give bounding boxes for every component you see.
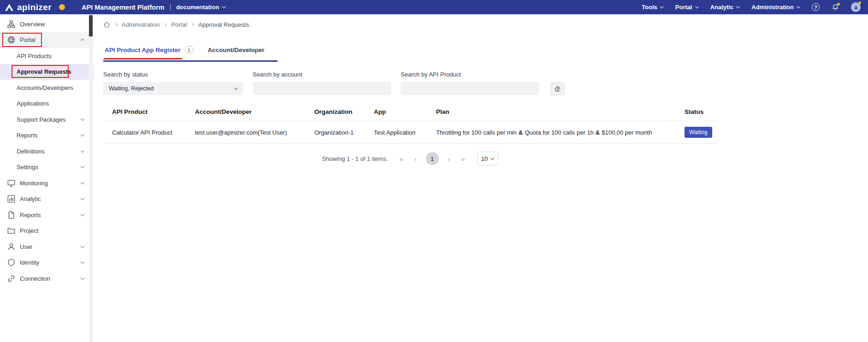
- sidebar-item-identity[interactable]: Identity: [0, 255, 93, 271]
- chevron-down-icon: [234, 86, 238, 89]
- last-page-button[interactable]: »: [457, 152, 470, 165]
- tab-label: API Product App Register: [105, 47, 181, 53]
- environment-selector[interactable]: documentation: [176, 4, 225, 11]
- annotation-active-tab-underline: [104, 58, 182, 59]
- sidebar-item-api-products[interactable]: API Products: [0, 48, 93, 64]
- first-page-button[interactable]: «: [395, 152, 408, 165]
- main-content: Administration Portal Approval Requests …: [94, 14, 868, 342]
- pagination: Showing 1 - 1 of 1 items. « ‹ 1 › » 10: [103, 152, 717, 165]
- filters-row: Search by status Waiting, Rejected Searc…: [103, 71, 726, 95]
- chevron-down-icon: [797, 5, 800, 8]
- menu-portal[interactable]: Portal: [675, 4, 698, 11]
- sidebar: Overview Portal API Products Approval Re…: [0, 14, 94, 342]
- sidebar-item-approval-requests[interactable]: Approval Requests: [0, 64, 93, 80]
- tab-count-badge: 1: [185, 46, 194, 54]
- sidebar-item-monitoring[interactable]: Monitoring: [0, 175, 93, 191]
- sidebar-item-definitions[interactable]: Definitions: [0, 143, 93, 159]
- previous-page-button[interactable]: ‹: [409, 152, 422, 165]
- api-product-filter: Search by API Product: [401, 71, 539, 95]
- chevron-down-icon: [81, 133, 84, 136]
- sidebar-scrollbar-thumb[interactable]: [89, 15, 93, 36]
- account-filter-label: Search by account: [253, 71, 391, 78]
- menu-label: Analytic: [710, 4, 734, 11]
- clear-filters-button[interactable]: [550, 82, 565, 95]
- avatar-status-dot: [858, 1, 861, 4]
- user-avatar[interactable]: a: [851, 2, 861, 12]
- menu-tools[interactable]: Tools: [642, 4, 663, 11]
- chevron-down-icon: [695, 5, 698, 8]
- sidebar-item-label: Settings: [17, 164, 81, 171]
- bar-chart-icon: [7, 195, 15, 203]
- sidebar-item-label: Portal: [20, 36, 81, 43]
- cell-organization: Organization-1: [314, 129, 374, 136]
- tab-account-developer[interactable]: Account/Developer: [207, 46, 278, 60]
- menu-analytic[interactable]: Analytic: [710, 4, 740, 11]
- sidebar-item-analytic[interactable]: Analytic: [0, 191, 93, 207]
- sidebar-item-overview[interactable]: Overview: [0, 16, 93, 32]
- shield-icon: [7, 259, 15, 266]
- platform-title: API Management Platform: [82, 4, 165, 11]
- cell-api-product: Calculator API Product: [103, 129, 195, 136]
- sidebar-item-applications[interactable]: Applications: [0, 96, 93, 112]
- help-icon[interactable]: ?: [812, 3, 820, 11]
- chevron-down-icon: [660, 5, 664, 8]
- sidebar-item-portal[interactable]: Portal: [0, 32, 93, 48]
- chevron-down-icon: [736, 5, 740, 8]
- chevron-down-icon: [81, 149, 84, 153]
- environment-label: documentation: [176, 4, 219, 11]
- breadcrumb-portal[interactable]: Portal: [171, 21, 187, 28]
- status-filter-select[interactable]: Waiting, Rejected: [103, 82, 243, 95]
- sidebar-item-portal-reports[interactable]: Reports: [0, 128, 93, 144]
- sidebar-item-label: Approval Requests: [17, 68, 86, 75]
- sidebar-item-support-packages[interactable]: Support Packages: [0, 112, 93, 128]
- sidebar-item-connection[interactable]: Connection: [0, 271, 93, 287]
- approval-requests-table: API Product Account/Developer Organizati…: [103, 103, 717, 144]
- apinizer-logo-icon: [5, 3, 14, 12]
- page-size-select[interactable]: 10: [477, 152, 498, 165]
- notification-dot: [837, 3, 840, 6]
- link-icon: [7, 275, 15, 283]
- file-icon: [7, 211, 15, 219]
- chevron-right-icon: [164, 23, 167, 26]
- sidebar-item-settings[interactable]: Settings: [0, 159, 93, 176]
- home-icon[interactable]: [103, 21, 110, 28]
- pagination-summary: Showing 1 - 1 of 1 items.: [322, 155, 388, 162]
- breadcrumb-current: Approval Requests: [198, 21, 249, 28]
- column-header-account-developer: Account/Developer: [195, 108, 314, 115]
- status-filter-value: Waiting, Rejected: [109, 85, 154, 92]
- menu-administration[interactable]: Administration: [751, 4, 800, 11]
- status-filter: Search by status Waiting, Rejected: [103, 71, 243, 95]
- topbar-right: Tools Portal Analytic Administration ?: [642, 2, 861, 12]
- chevron-up-icon: [81, 39, 84, 42]
- api-product-filter-input[interactable]: [401, 82, 539, 95]
- cell-plan: Throttling for 100 calls per min&Quota f…: [436, 129, 685, 136]
- sidebar-item-reports[interactable]: Reports: [0, 207, 93, 223]
- breadcrumb: Administration Portal Approval Requests: [94, 14, 868, 28]
- sidebar-item-label: Applications: [17, 100, 86, 107]
- breadcrumb-administration[interactable]: Administration: [122, 21, 159, 28]
- plan-part: $100,00 per month: [602, 129, 652, 136]
- table-row[interactable]: Calculator API Product test.user@apinize…: [103, 121, 717, 144]
- notifications-button[interactable]: [832, 4, 839, 11]
- menu-label: Portal: [675, 4, 692, 11]
- sidebar-item-user[interactable]: User: [0, 239, 93, 255]
- current-page-button[interactable]: 1: [426, 152, 439, 165]
- account-filter-input[interactable]: [253, 82, 391, 95]
- sidebar-item-label: Reports: [20, 212, 81, 218]
- sidebar-item-label: Accounts/Developers: [17, 84, 86, 91]
- cell-status: Waiting: [685, 127, 717, 138]
- cell-app: Test Application: [374, 129, 436, 136]
- chevron-right-icon: [191, 23, 194, 26]
- sidebar-item-project[interactable]: Project: [0, 223, 93, 239]
- column-header-organization: Organization: [314, 108, 374, 115]
- api-product-filter-label: Search by API Product: [401, 71, 539, 78]
- column-header-plan: Plan: [436, 108, 685, 115]
- sidebar-item-accounts-developers[interactable]: Accounts/Developers: [0, 80, 93, 96]
- chevron-down-icon: [81, 165, 84, 168]
- sidebar-item-label: Definitions: [17, 148, 81, 155]
- sidebar-item-label: Monitoring: [20, 180, 81, 187]
- chevron-down-icon: [81, 260, 84, 264]
- next-page-button[interactable]: ›: [443, 152, 455, 165]
- status-filter-label: Search by status: [103, 71, 243, 78]
- brand-logo[interactable]: apinizer: [5, 3, 52, 12]
